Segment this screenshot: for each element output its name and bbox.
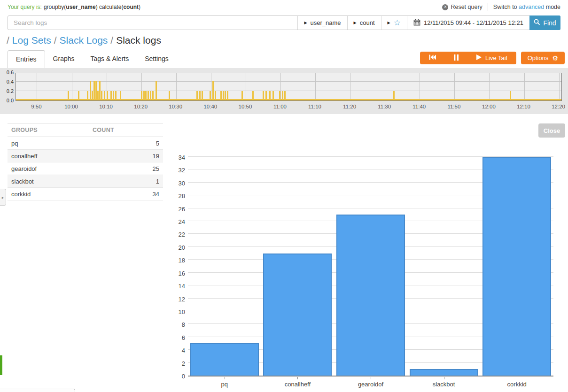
date-range-picker[interactable]: 12/11/2015 09:44 - 12/11/2015 12:21 bbox=[407, 16, 529, 30]
timeline-xtick-label: 12:20 bbox=[552, 104, 565, 109]
groups-table-header: GROUPS COUNT bbox=[8, 123, 163, 137]
skip-to-start-button[interactable] bbox=[420, 52, 445, 64]
switch-suffix: mode bbox=[544, 4, 560, 10]
timeline-xtick-label: 10:30 bbox=[169, 104, 182, 109]
calendar-icon bbox=[413, 19, 420, 27]
breadcrumb-link[interactable]: Log Sets bbox=[12, 35, 51, 46]
timeline-spike bbox=[104, 91, 105, 100]
breadcrumb-separator: / bbox=[54, 35, 57, 46]
bar-chart-axis-tick bbox=[517, 377, 517, 379]
timeline-spike bbox=[113, 91, 114, 100]
timeline-gridline bbox=[315, 73, 316, 100]
top-right-actions: × Reset query Switch to advanced mode bbox=[442, 3, 560, 11]
timeline-xtick-label: 9:50 bbox=[31, 104, 41, 109]
timeline-spike bbox=[263, 91, 264, 100]
bar-gearoidof[interactable] bbox=[336, 215, 405, 376]
bar-chart-ytick-label: 18 bbox=[169, 257, 185, 264]
star-favorite-icon[interactable]: ☆ bbox=[394, 19, 401, 27]
bar-chart-ytick-label: 0 bbox=[169, 373, 185, 380]
advanced-mode-link[interactable]: advanced bbox=[519, 4, 544, 10]
divider bbox=[488, 3, 488, 11]
timeline-xtick-label: 12:10 bbox=[517, 104, 530, 109]
query-part: ) bbox=[139, 4, 140, 10]
tab-graphs[interactable]: Graphs bbox=[45, 50, 83, 68]
bar-chart-ytick-label: 32 bbox=[169, 167, 185, 174]
timeline-spike bbox=[156, 81, 157, 100]
timeline-xtick-label: 12:00 bbox=[482, 104, 496, 109]
bar-slackbot[interactable] bbox=[410, 369, 478, 376]
dropdown-arrow-icon[interactable]: ▶ bbox=[388, 21, 390, 25]
timeline-spike bbox=[141, 91, 142, 100]
tab-tags-alerts[interactable]: Tags & Alerts bbox=[83, 50, 137, 68]
options-button[interactable]: Options ⚙ bbox=[521, 52, 565, 64]
timeline-spike bbox=[148, 91, 149, 100]
timeline-spike bbox=[110, 91, 112, 100]
calculate-field-dropdown[interactable]: ▶ count bbox=[347, 16, 381, 30]
timeline-spike bbox=[279, 91, 280, 100]
timeline-xtick-label: 11:00 bbox=[273, 104, 287, 109]
top-query-bar: Your query is: groupby(user_name) calcul… bbox=[0, 0, 568, 14]
timeline-spike bbox=[68, 91, 69, 100]
timeline-ytick-label: 0.6 bbox=[1, 69, 14, 75]
query-part: groupby( bbox=[44, 4, 66, 10]
timeline-gridline bbox=[385, 73, 385, 100]
bar-chart-ytick-label: 24 bbox=[169, 218, 185, 225]
bar-corkkid[interactable] bbox=[482, 157, 551, 376]
pause-icon bbox=[454, 54, 459, 62]
timeline-spike bbox=[212, 81, 214, 100]
timeline-xtick-label: 11:50 bbox=[447, 104, 460, 109]
bar-chart-category-label: pq bbox=[221, 381, 228, 388]
timeline-gridline bbox=[524, 73, 525, 100]
query-text: groupby(user_name) calculate(count) bbox=[44, 4, 140, 10]
feedback-tab-edge[interactable] bbox=[0, 355, 2, 375]
timeline-ytick-label: 0.2 bbox=[1, 88, 14, 94]
timeline-gridline bbox=[420, 73, 420, 100]
close-button[interactable]: Close bbox=[538, 123, 565, 138]
timeline-gridline bbox=[176, 73, 177, 100]
timeline-ytick-label: 0.0 bbox=[1, 98, 14, 103]
tab-settings[interactable]: Settings bbox=[137, 50, 177, 68]
timeline-plot[interactable] bbox=[16, 73, 562, 101]
live-tail-button[interactable]: Live Tail bbox=[467, 52, 516, 64]
timeline-spike bbox=[272, 91, 274, 100]
tab-entries[interactable]: Entries bbox=[8, 50, 45, 68]
timeline-gridline bbox=[246, 73, 246, 100]
timeline-spike bbox=[107, 91, 108, 100]
timeline-spike bbox=[282, 91, 283, 100]
bar-chart-ytick-label: 34 bbox=[169, 154, 185, 161]
live-tail-label: Live Tail bbox=[485, 54, 507, 61]
timeline-spike bbox=[210, 91, 211, 100]
breadcrumb: /Log Sets/Slack Logs/Slack logs bbox=[7, 35, 161, 46]
bar-pq[interactable] bbox=[190, 343, 259, 376]
timeline-spike bbox=[252, 91, 254, 100]
timeline-spike bbox=[510, 91, 511, 100]
timeline-spike bbox=[169, 91, 170, 100]
timeline-spike bbox=[152, 91, 154, 100]
query-label: Your query is: bbox=[8, 4, 42, 10]
reset-query-button[interactable]: × Reset query bbox=[442, 4, 482, 10]
find-button[interactable]: Find bbox=[529, 15, 560, 30]
playback-button-group: Live Tail bbox=[420, 52, 516, 64]
timeline-ytick-label: 0.4 bbox=[1, 79, 14, 85]
table-row[interactable]: pq5 bbox=[8, 137, 163, 150]
breadcrumb-link[interactable]: Slack Logs bbox=[60, 35, 108, 46]
search-input[interactable] bbox=[8, 16, 297, 30]
play-icon bbox=[476, 54, 482, 61]
timeline-spike bbox=[101, 91, 102, 100]
bar-chart-ytick-label: 26 bbox=[169, 206, 185, 213]
groupby-field-dropdown[interactable]: ▶ user_name bbox=[297, 16, 347, 30]
timeline-spike bbox=[120, 91, 121, 100]
saved-query-section: ▶ ☆ bbox=[381, 16, 407, 30]
pause-button[interactable] bbox=[445, 52, 467, 64]
timeline-spike bbox=[241, 91, 243, 100]
dropdown-arrow-icon: ▶ bbox=[304, 21, 307, 25]
bar-chart-ytick-label: 4 bbox=[169, 347, 185, 354]
timeline-spike bbox=[99, 81, 101, 100]
bar-chart-category-label: gearoidof bbox=[358, 381, 383, 388]
options-label: Options bbox=[528, 54, 549, 61]
bar-conallheff[interactable] bbox=[263, 254, 332, 376]
timeline-spike bbox=[90, 81, 91, 100]
timeline-xtick-label: 11:30 bbox=[378, 104, 391, 109]
bar-chart-ytick-label: 10 bbox=[169, 308, 185, 315]
bar-chart-ytick-label: 16 bbox=[169, 270, 185, 277]
